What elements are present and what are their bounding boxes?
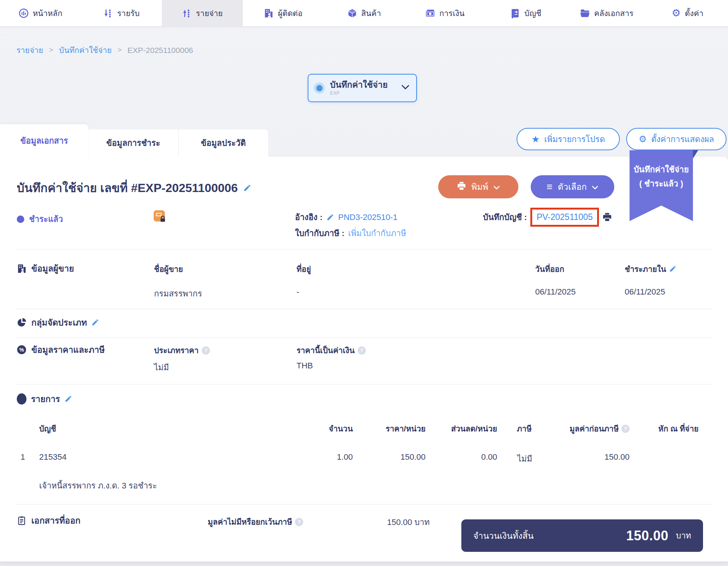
nav-item-settings[interactable]: ⚙ ตั้งค่า [647, 0, 728, 26]
doc-type-selector[interactable]: บันทึกค่าใช้จ่าย EXP [308, 74, 417, 102]
nav-item-accounting[interactable]: บัญชี [485, 0, 566, 26]
edit-classification-pencil-icon[interactable] [91, 318, 100, 327]
doc-type-title: บันทึกค่าใช้จ่าย [330, 80, 396, 89]
tab-label: ข้อมูลเอกสาร [21, 134, 68, 147]
nav-label: หน้าหลัก [33, 7, 62, 19]
classification-section-title: กลุ่มจัดประเภท [17, 316, 100, 329]
price-type-label-text: ประเภทราคา [154, 344, 199, 356]
nav-label: คลังเอกสาร [594, 7, 634, 19]
divider [15, 337, 713, 338]
seller-name-link[interactable]: กรมสรรพากร [154, 287, 202, 300]
reference-label: อ้างอิง : [295, 211, 323, 224]
help-icon[interactable]: ? [295, 518, 303, 526]
menu-icon: ≡ [547, 182, 553, 192]
grand-total-box: จำนวนเงินทั้งสิ้น 150.00 บาท [461, 519, 703, 552]
options-button[interactable]: ≡ ตัวเลือก [531, 175, 614, 198]
nav-label: ตั้งค่า [685, 7, 703, 19]
nav-label: ผู้ติดต่อ [278, 7, 302, 19]
chevron-down-icon [493, 182, 500, 192]
edit-due-date-pencil-icon[interactable] [669, 265, 677, 273]
tabs-group: ข้อมูลการชำระ ข้อมูลประวัติ [88, 129, 268, 157]
page: หน้าหลัก รายรับ รายจ่าย ผู้ติดต่อ สินค้า [0, 0, 728, 566]
options-label: ตัวเลือก [558, 180, 587, 194]
currency-label-text: ราคานี้เป็นค่าเงิน [296, 344, 355, 356]
display-settings-label: ตั้งค่าการแสดงผล [651, 133, 714, 146]
col-header-tax: ภาษี [517, 422, 531, 435]
row-account: 215354 [39, 452, 66, 462]
pricing-section-title: % ข้อมูลราคาและภาษี [17, 343, 105, 356]
seller-address-label: ที่อยู่ [296, 263, 311, 275]
divider [15, 249, 713, 249]
edit-reference-pencil-icon[interactable] [326, 213, 335, 221]
nav-item-expense[interactable]: รายจ่าย [162, 0, 243, 26]
col-header-qty: จำนวน [329, 422, 353, 435]
display-settings-button[interactable]: ⚙ ตั้งค่าการแสดงผล [626, 128, 727, 150]
row-number: 1 [21, 452, 25, 462]
chevron-down-icon [401, 85, 410, 91]
chevron-down-icon [592, 182, 598, 192]
doc-title-row: บันทึกค่าใช้จ่าย เลขที่ #EXP-20251100006 [17, 178, 251, 197]
add-tax-invoice-link[interactable]: เพิ่มใบกำกับภาษี [348, 227, 406, 240]
print-journal-icon[interactable] [602, 212, 612, 222]
seller-address-value: - [296, 287, 299, 297]
nav-item-home[interactable]: หน้าหลัก [0, 0, 81, 26]
edit-title-pencil-icon[interactable] [243, 184, 251, 192]
row-qty: 1.00 [337, 452, 353, 462]
gear-icon: ⚙ [672, 8, 681, 18]
row-tax: ไม่มี [517, 452, 532, 465]
highlight-red-box: PV-202511005 [530, 208, 599, 227]
edit-items-pencil-icon[interactable] [65, 395, 73, 403]
price-type-value: ไม่มี [154, 361, 169, 374]
nav-item-products[interactable]: สินค้า [324, 0, 405, 26]
help-icon[interactable]: ? [358, 346, 366, 355]
nav-item-documents[interactable]: คลังเอกสาร [566, 0, 647, 26]
tab-label: ข้อมูลประวัติ [201, 136, 246, 150]
reference-link[interactable]: PND3-202510-1 [338, 213, 398, 222]
help-icon[interactable]: ? [202, 346, 210, 355]
section-title-text: ข้อมูลผู้ขาย [31, 262, 74, 275]
nav-label: การเงิน [439, 7, 465, 19]
favorite-label: เพิ่มรายการโปรด [544, 133, 605, 146]
gear-icon: ⚙ [638, 135, 647, 144]
breadcrumb-current: EXP-20251100006 [128, 46, 193, 55]
nav-label: บัญชี [524, 7, 541, 19]
nav-item-contacts[interactable]: ผู้ติดต่อ [243, 0, 324, 26]
seller-section-title: ข้อมูลผู้ขาย [17, 262, 74, 275]
due-date-label-text: ชำระภายใน [625, 263, 666, 275]
doc-type-code: EXP [330, 91, 396, 96]
nav-item-income[interactable]: รายรับ [81, 0, 162, 26]
journal-entry-row: บันทึกบัญชี : PV-202511005 [483, 206, 612, 228]
nav-item-finance[interactable]: การเงิน [404, 0, 485, 26]
divider [15, 309, 713, 309]
grand-total-value: 150.00 [626, 528, 668, 544]
nav-label: รายรับ [117, 7, 139, 19]
seller-building-icon [17, 264, 27, 274]
nav-label: รายจ่าย [196, 7, 223, 19]
add-favorite-button[interactable]: ★ เพิ่มรายการโปรด [517, 128, 620, 150]
status-badge: ชำระแล้ว [17, 213, 63, 226]
breadcrumb-expense[interactable]: รายจ่าย [16, 44, 43, 56]
tab-document-info[interactable]: ข้อมูลเอกสาร [0, 124, 88, 157]
tab-label: ข้อมูลการชำระ [106, 136, 160, 150]
page-title: บันทึกค่าใช้จ่าย เลขที่ #EXP-20251100006 [17, 178, 238, 197]
ribbon-doc-type: บันทึกค่าใช้จ่าย [634, 165, 689, 174]
ribbon-status: ( ชำระแล้ว ) [639, 179, 683, 188]
tab-history-info[interactable]: ข้อมูลประวัติ [178, 129, 269, 157]
ledger-book-icon [510, 8, 520, 18]
help-icon[interactable]: ? [621, 425, 630, 433]
journal-entry-link[interactable]: PV-202511005 [537, 212, 593, 222]
tab-payment-info[interactable]: ข้อมูลการชำระ [88, 129, 178, 157]
locked-document-icon [154, 210, 171, 228]
print-label: พิมพ์ [471, 180, 488, 194]
breadcrumb-expense-record[interactable]: บันทึกค่าใช้จ่าย [59, 44, 112, 56]
ribbon-fold [693, 150, 698, 160]
issued-documents-section-title: เอกสารที่ออก [17, 514, 81, 527]
expense-icon [182, 8, 192, 18]
due-date-label: ชำระภายใน [625, 263, 677, 275]
items-section-title: รายการ [17, 392, 73, 406]
col-header-withholding: หัก ณ ที่จ่าย [658, 422, 699, 435]
products-cube-icon [347, 8, 357, 18]
seller-name-label: ชื่อผู้ขาย [154, 263, 183, 275]
nav-label: สินค้า [361, 7, 381, 19]
print-button[interactable]: พิมพ์ [438, 175, 518, 198]
